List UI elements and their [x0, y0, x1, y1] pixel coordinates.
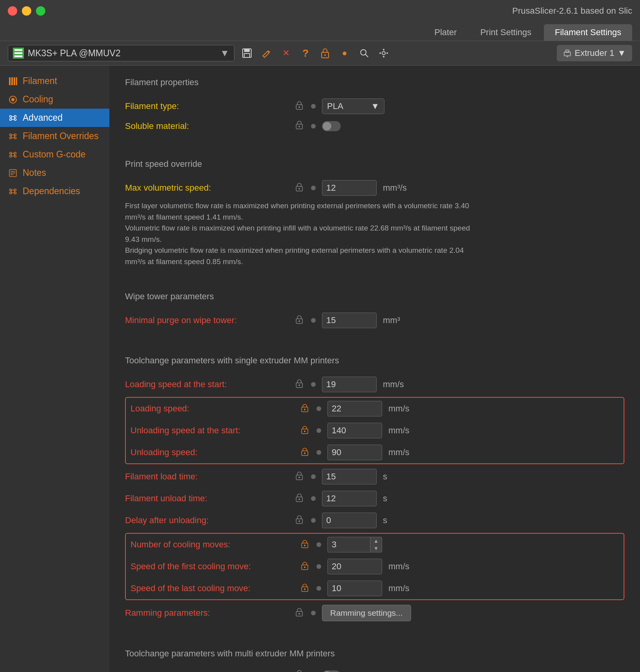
max-volumetric-input[interactable] — [322, 180, 377, 196]
tab-filament-settings[interactable]: Filament Settings — [544, 24, 632, 41]
filament-type-dropdown[interactable]: PLA ▼ — [322, 98, 384, 114]
svg-point-36 — [14, 152, 16, 154]
tab-print-settings[interactable]: Print Settings — [469, 24, 542, 41]
help-button[interactable]: ? — [299, 46, 313, 60]
speed-first-cooling-label: Speed of the first cooling move: — [131, 561, 295, 572]
loading-speed-start-unit: mm/s — [383, 379, 410, 390]
num-cooling-moves-label: Number of cooling moves: — [131, 540, 295, 550]
filament-type-label: Filament type: — [125, 101, 289, 111]
unloading-speed-lock[interactable] — [301, 447, 310, 458]
sidebar-item-gcode[interactable]: Custom G-code — [0, 145, 109, 164]
sidebar-label-cooling: Cooling — [23, 94, 53, 105]
sidebar-item-filament[interactable]: Filament — [0, 72, 109, 90]
minimal-purge-lock[interactable] — [295, 315, 305, 326]
edit-button[interactable] — [259, 46, 274, 60]
enable-ramming-toggle[interactable] — [322, 670, 341, 672]
red-group-2: Number of cooling moves: ▲ ▼ Speed of th… — [125, 533, 624, 600]
svg-point-69 — [299, 520, 300, 522]
soluble-material-toggle[interactable] — [322, 121, 341, 131]
enable-ramming-lock[interactable] — [295, 670, 305, 672]
delay-after-unloading-label: Delay after unloading: — [125, 515, 289, 525]
filament-type-lock[interactable] — [295, 101, 305, 112]
unloading-speed-input[interactable] — [327, 445, 382, 460]
sidebar-item-dependencies[interactable]: Dependencies — [0, 182, 109, 200]
svg-point-51 — [299, 126, 300, 127]
svg-rect-21 — [16, 77, 17, 85]
sidebar-label-notes: Notes — [23, 168, 46, 178]
delete-button[interactable]: ✕ — [279, 46, 293, 60]
speed-last-cooling-lock[interactable] — [301, 583, 310, 594]
maximize-button[interactable] — [36, 6, 45, 16]
spinner-up[interactable]: ▲ — [370, 537, 382, 545]
delay-after-unloading-unit: s — [383, 515, 410, 525]
search-button[interactable] — [357, 46, 371, 60]
num-cooling-moves-lock[interactable] — [301, 539, 310, 550]
filament-unload-time-lock[interactable] — [295, 493, 305, 504]
speed-first-cooling-dot — [316, 564, 321, 569]
filament-unload-time-input[interactable] — [322, 491, 377, 506]
ramming-settings-button[interactable]: Ramming settings... — [322, 605, 411, 621]
loading-speed-lock[interactable] — [301, 403, 310, 415]
svg-point-32 — [10, 137, 12, 139]
svg-rect-19 — [11, 77, 13, 85]
unloading-speed-start-lock[interactable] — [301, 425, 310, 436]
titlebar: PrusaSlicer-2.6.1 based on Slic — [0, 0, 640, 22]
prefs-button[interactable] — [377, 46, 391, 60]
divider-4 — [125, 634, 624, 642]
unloading-speed-row: Unloading speed: mm/s — [126, 441, 624, 463]
overrides-icon — [8, 131, 18, 141]
app-title: PrusaSlicer-2.6.1 based on Slic — [512, 6, 632, 16]
speed-first-cooling-row: Speed of the first cooling move: mm/s — [126, 556, 624, 577]
extruder-button[interactable]: Extruder 1 ▼ — [557, 45, 632, 61]
loading-speed-start-row: Loading speed at the start: mm/s — [125, 374, 624, 395]
loading-speed-input[interactable] — [327, 401, 382, 416]
ramming-dot — [311, 611, 316, 615]
delay-after-unloading-lock[interactable] — [295, 515, 305, 526]
sidebar-item-cooling[interactable]: Cooling — [0, 90, 109, 109]
svg-rect-5 — [244, 54, 250, 57]
speed-last-cooling-dot — [316, 586, 321, 591]
filament-properties-title: Filament properties — [125, 77, 624, 88]
num-cooling-moves-input[interactable] — [327, 537, 370, 552]
speed-last-cooling-input[interactable] — [327, 581, 382, 596]
profile-icon — [13, 48, 24, 59]
tab-plater[interactable]: Plater — [424, 24, 468, 41]
enable-ramming-label: Enable ramming for multitool setups: — [125, 670, 289, 672]
delay-after-unloading-input[interactable] — [322, 513, 377, 528]
soluble-material-lock[interactable] — [295, 120, 305, 132]
loading-speed-start-lock[interactable] — [295, 379, 305, 390]
speed-last-cooling-row: Speed of the last cooling move: mm/s — [126, 577, 624, 599]
unloading-speed-dot — [316, 450, 321, 455]
unloading-speed-start-input[interactable] — [327, 423, 382, 438]
filament-load-time-input[interactable] — [322, 469, 377, 484]
loading-speed-start-input[interactable] — [322, 377, 377, 392]
svg-point-29 — [11, 135, 14, 138]
svg-point-43 — [11, 190, 14, 193]
svg-point-30 — [10, 134, 12, 136]
max-volumetric-lock[interactable] — [295, 182, 305, 194]
filament-load-time-lock[interactable] — [295, 471, 305, 483]
save-button[interactable] — [240, 46, 254, 60]
lock-button[interactable] — [318, 46, 332, 60]
svg-point-7 — [324, 54, 326, 56]
enable-ramming-row: Enable ramming for multitool setups: — [125, 667, 624, 672]
minimal-purge-input[interactable] — [322, 313, 377, 328]
speed-first-cooling-input[interactable] — [327, 559, 382, 574]
loading-speed-row: Loading speed: mm/s — [126, 398, 624, 420]
sidebar-item-advanced[interactable]: Advanced — [0, 109, 109, 127]
svg-point-75 — [304, 588, 306, 590]
speed-first-cooling-lock[interactable] — [301, 561, 310, 572]
svg-rect-4 — [244, 49, 250, 52]
spinner-down[interactable]: ▼ — [370, 545, 382, 552]
sidebar-item-overrides[interactable]: Filament Overrides — [0, 127, 109, 145]
svg-point-8 — [361, 50, 366, 55]
close-button[interactable] — [8, 6, 17, 16]
toggle-knob — [323, 122, 331, 130]
notes-icon — [8, 168, 18, 178]
unloading-speed-start-unit: mm/s — [388, 425, 416, 436]
svg-point-34 — [11, 153, 14, 156]
ramming-lock[interactable] — [295, 608, 305, 619]
profile-selector[interactable]: MK3S+ PLA @MMUV2 ▼ — [8, 45, 234, 61]
minimize-button[interactable] — [22, 6, 31, 16]
sidebar-item-notes[interactable]: Notes — [0, 164, 109, 182]
